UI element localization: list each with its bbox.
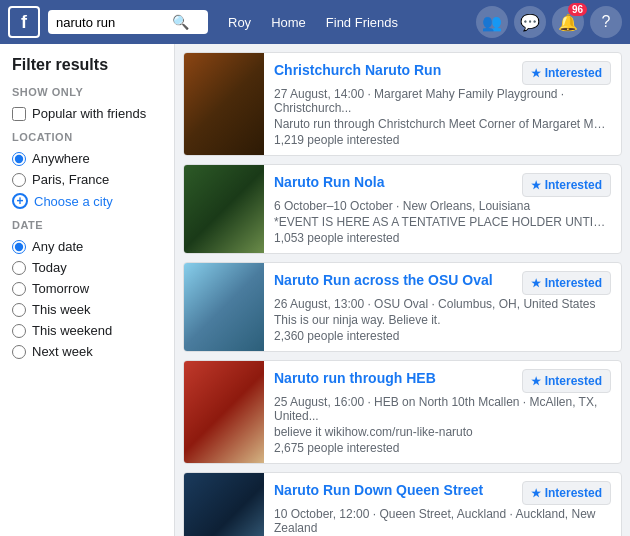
- nav-link-find-friends[interactable]: Find Friends: [318, 11, 406, 34]
- event-interested-count: 1,053 people interested: [274, 231, 611, 245]
- event-title[interactable]: Naruto Run Nola: [274, 173, 514, 191]
- event-body: Naruto Run Nola ★ Interested 6 October–1…: [264, 165, 621, 253]
- event-interested-count: 1,219 people interested: [274, 133, 611, 147]
- search-input[interactable]: [56, 15, 166, 30]
- interested-button[interactable]: ★ Interested: [522, 369, 611, 393]
- interested-button-label: Interested: [545, 486, 602, 500]
- location-anywhere-label: Anywhere: [32, 151, 90, 166]
- interested-button-label: Interested: [545, 276, 602, 290]
- event-thumbnail: [184, 361, 264, 463]
- date-this-weekend-row[interactable]: This weekend: [12, 323, 162, 338]
- search-box[interactable]: 🔍: [48, 10, 208, 34]
- date-this-week-radio[interactable]: [12, 303, 26, 317]
- filter-title: Filter results: [12, 56, 162, 74]
- popular-with-friends-row[interactable]: Popular with friends: [12, 106, 162, 121]
- event-body: Naruto Run across the OSU Oval ★ Interes…: [264, 263, 621, 351]
- location-label: LOCATION: [12, 131, 162, 143]
- popular-with-friends-checkbox[interactable]: [12, 107, 26, 121]
- location-paris-radio[interactable]: [12, 173, 26, 187]
- date-this-weekend-radio[interactable]: [12, 324, 26, 338]
- event-thumbnail: [184, 263, 264, 351]
- star-icon: ★: [531, 67, 541, 80]
- event-card: Christchurch Naruto Run ★ Interested 27 …: [183, 52, 622, 156]
- event-header: Naruto Run Down Queen Street ★ Intereste…: [274, 481, 611, 505]
- location-paris-label: Paris, France: [32, 172, 109, 187]
- event-description: believe it wikihow.com/run-like-naruto: [274, 425, 611, 439]
- event-interested-count: 2,675 people interested: [274, 441, 611, 455]
- event-card: Naruto Run Nola ★ Interested 6 October–1…: [183, 164, 622, 254]
- interested-button-label: Interested: [545, 374, 602, 388]
- sidebar: Filter results SHOW ONLY Popular with fr…: [0, 44, 175, 536]
- event-thumbnail: [184, 165, 264, 253]
- choose-city-plus-icon: +: [12, 193, 28, 209]
- date-next-week-row[interactable]: Next week: [12, 344, 162, 359]
- nav-icons: 👥 💬 🔔 96 ?: [476, 6, 622, 38]
- location-anywhere-radio[interactable]: [12, 152, 26, 166]
- event-meta: 27 August, 14:00 · Margaret Mahy Family …: [274, 87, 611, 115]
- date-next-week-radio[interactable]: [12, 345, 26, 359]
- date-any-row[interactable]: Any date: [12, 239, 162, 254]
- event-description: *EVENT IS HERE AS A TENTATIVE PLACE HOLD…: [274, 215, 611, 229]
- popular-with-friends-label: Popular with friends: [32, 106, 146, 121]
- date-label: DATE: [12, 219, 162, 231]
- event-title[interactable]: Naruto Run across the OSU Oval: [274, 271, 514, 289]
- facebook-logo: f: [8, 6, 40, 38]
- location-paris-row[interactable]: Paris, France: [12, 172, 162, 187]
- event-interested-count: 2,360 people interested: [274, 329, 611, 343]
- date-this-weekend-label: This weekend: [32, 323, 112, 338]
- date-any-radio[interactable]: [12, 240, 26, 254]
- event-meta: 26 August, 13:00 · OSU Oval · Columbus, …: [274, 297, 611, 311]
- event-card: Naruto run through HEB ★ Interested 25 A…: [183, 360, 622, 464]
- top-navigation: f 🔍 Roy Home Find Friends 👥 💬 🔔 96 ?: [0, 0, 630, 44]
- date-tomorrow-row[interactable]: Tomorrow: [12, 281, 162, 296]
- location-anywhere-row[interactable]: Anywhere: [12, 151, 162, 166]
- date-this-week-label: This week: [32, 302, 91, 317]
- event-meta: 6 October–10 October · New Orleans, Loui…: [274, 199, 611, 213]
- date-any-label: Any date: [32, 239, 83, 254]
- date-this-week-row[interactable]: This week: [12, 302, 162, 317]
- event-description: This is our ninja way. Believe it.: [274, 313, 611, 327]
- date-today-row[interactable]: Today: [12, 260, 162, 275]
- help-icon-button[interactable]: ?: [590, 6, 622, 38]
- event-header: Naruto Run across the OSU Oval ★ Interes…: [274, 271, 611, 295]
- date-tomorrow-label: Tomorrow: [32, 281, 89, 296]
- notification-badge: 96: [568, 3, 587, 16]
- interested-button-label: Interested: [545, 178, 602, 192]
- star-icon: ★: [531, 277, 541, 290]
- friends-icon-button[interactable]: 👥: [476, 6, 508, 38]
- event-body: Christchurch Naruto Run ★ Interested 27 …: [264, 53, 621, 155]
- results-area: Christchurch Naruto Run ★ Interested 27 …: [175, 44, 630, 536]
- event-description: Naruto run through Christchurch Meet Cor…: [274, 117, 611, 131]
- event-header: Naruto run through HEB ★ Interested: [274, 369, 611, 393]
- interested-button[interactable]: ★ Interested: [522, 481, 611, 505]
- event-title[interactable]: Naruto Run Down Queen Street: [274, 481, 514, 499]
- event-card: Naruto Run Down Queen Street ★ Intereste…: [183, 472, 622, 536]
- event-thumbnail: [184, 53, 264, 155]
- date-today-label: Today: [32, 260, 67, 275]
- interested-button[interactable]: ★ Interested: [522, 271, 611, 295]
- messenger-icon-button[interactable]: 💬: [514, 6, 546, 38]
- interested-button[interactable]: ★ Interested: [522, 61, 611, 85]
- event-title[interactable]: Christchurch Naruto Run: [274, 61, 514, 79]
- main-layout: Filter results SHOW ONLY Popular with fr…: [0, 44, 630, 536]
- choose-city-row[interactable]: + Choose a city: [12, 193, 162, 209]
- event-title[interactable]: Naruto run through HEB: [274, 369, 514, 387]
- date-today-radio[interactable]: [12, 261, 26, 275]
- event-body: Naruto Run Down Queen Street ★ Intereste…: [264, 473, 621, 536]
- event-thumbnail: [184, 473, 264, 536]
- event-header: Christchurch Naruto Run ★ Interested: [274, 61, 611, 85]
- date-next-week-label: Next week: [32, 344, 93, 359]
- date-tomorrow-radio[interactable]: [12, 282, 26, 296]
- choose-city-label: Choose a city: [34, 194, 113, 209]
- event-body: Naruto run through HEB ★ Interested 25 A…: [264, 361, 621, 463]
- notifications-icon-button[interactable]: 🔔 96: [552, 6, 584, 38]
- nav-link-home[interactable]: Home: [263, 11, 314, 34]
- show-only-label: SHOW ONLY: [12, 86, 162, 98]
- star-icon: ★: [531, 375, 541, 388]
- event-meta: 25 August, 16:00 · HEB on North 10th Mca…: [274, 395, 611, 423]
- nav-links: Roy Home Find Friends: [220, 11, 406, 34]
- event-header: Naruto Run Nola ★ Interested: [274, 173, 611, 197]
- nav-link-roy[interactable]: Roy: [220, 11, 259, 34]
- interested-button[interactable]: ★ Interested: [522, 173, 611, 197]
- interested-button-label: Interested: [545, 66, 602, 80]
